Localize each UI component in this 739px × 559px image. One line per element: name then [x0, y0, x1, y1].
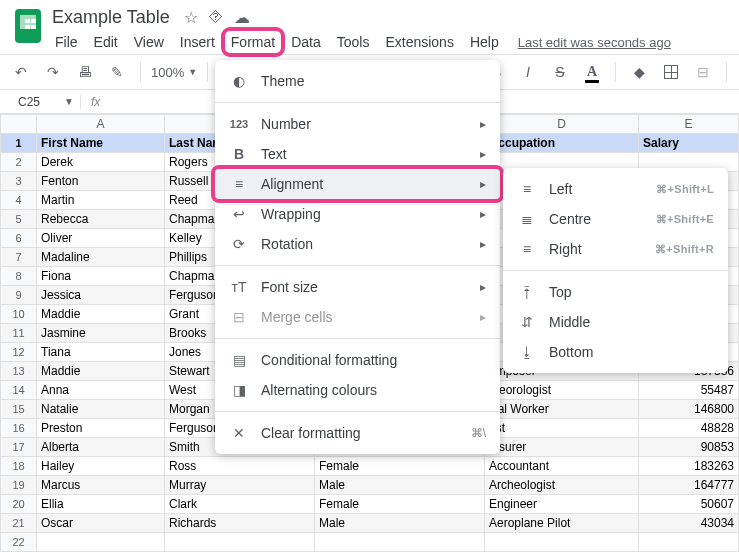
cell[interactable]: Maddie — [37, 305, 165, 324]
align-centre[interactable]: ≣Centre⌘+Shift+E — [503, 204, 728, 234]
menu-view[interactable]: View — [127, 30, 171, 54]
cell[interactable]: Engineer — [485, 495, 639, 514]
cell[interactable]: Fiona — [37, 267, 165, 286]
menu-font-size[interactable]: тTFont size▸ — [215, 272, 500, 302]
cell[interactable]: Jasmine — [37, 324, 165, 343]
menu-format[interactable]: Format — [224, 30, 282, 54]
cell[interactable]: Tiana — [37, 343, 165, 362]
align-left[interactable]: ≡Left⌘+Shift+L — [503, 174, 728, 204]
cell[interactable]: Maddie — [37, 362, 165, 381]
select-all-cell[interactable] — [1, 115, 37, 134]
row-header[interactable]: 5 — [1, 210, 37, 229]
cell[interactable]: 48828 — [639, 419, 739, 438]
cell[interactable]: Jessica — [37, 286, 165, 305]
row-header[interactable]: 18 — [1, 457, 37, 476]
row-header[interactable]: 13 — [1, 362, 37, 381]
row-header[interactable]: 16 — [1, 419, 37, 438]
cell[interactable]: Ellia — [37, 495, 165, 514]
col-header-d[interactable]: D — [485, 115, 639, 134]
row-header[interactable]: 19 — [1, 476, 37, 495]
cell[interactable]: Richards — [165, 514, 315, 533]
row-header[interactable]: 20 — [1, 495, 37, 514]
cell[interactable]: Salary — [639, 134, 739, 153]
menu-wrapping[interactable]: ↩Wrapping▸ — [215, 199, 500, 229]
cell[interactable]: Aeroplane Pilot — [485, 514, 639, 533]
cell[interactable]: Hailey — [37, 457, 165, 476]
move-icon[interactable]: ⯑ — [208, 8, 224, 26]
menu-conditional-formatting[interactable]: ▤Conditional formatting — [215, 345, 500, 375]
menu-edit[interactable]: Edit — [87, 30, 125, 54]
cell[interactable]: Anna — [37, 381, 165, 400]
cell[interactable]: 164777 — [639, 476, 739, 495]
cell[interactable]: Alberta — [37, 438, 165, 457]
merge-button[interactable]: ⊟ — [690, 59, 716, 85]
cell[interactable]: Derek — [37, 153, 165, 172]
menu-help[interactable]: Help — [463, 30, 506, 54]
row-header[interactable]: 1 — [1, 134, 37, 153]
cell[interactable]: Accountant — [485, 457, 639, 476]
cell[interactable]: Madaline — [37, 248, 165, 267]
text-color-button[interactable]: A — [579, 59, 605, 85]
menu-clear-formatting[interactable]: ✕Clear formatting⌘\ — [215, 418, 500, 448]
undo-button[interactable]: ↶ — [8, 59, 34, 85]
cell[interactable]: 50607 — [639, 495, 739, 514]
cell[interactable]: 55487 — [639, 381, 739, 400]
menu-data[interactable]: Data — [284, 30, 328, 54]
row-header[interactable]: 9 — [1, 286, 37, 305]
cell[interactable]: Occupation — [485, 134, 639, 153]
document-title[interactable]: Example Table — [48, 6, 174, 29]
row-header[interactable]: 22 — [1, 533, 37, 552]
row-header[interactable]: 7 — [1, 248, 37, 267]
row-header[interactable]: 10 — [1, 305, 37, 324]
paint-format-button[interactable]: ✎ — [104, 59, 130, 85]
menu-extensions[interactable]: Extensions — [378, 30, 460, 54]
zoom-select[interactable]: 100%▼ — [151, 65, 197, 80]
row-header[interactable]: 6 — [1, 229, 37, 248]
cell[interactable]: 90853 — [639, 438, 739, 457]
name-box[interactable]: C25 — [0, 95, 58, 109]
cell[interactable]: Rebecca — [37, 210, 165, 229]
cell[interactable]: Male — [315, 476, 485, 495]
cell[interactable]: Preston — [37, 419, 165, 438]
cell[interactable]: Oliver — [37, 229, 165, 248]
row-header[interactable]: 3 — [1, 172, 37, 191]
borders-button[interactable] — [658, 59, 684, 85]
align-top[interactable]: ⭱Top — [503, 277, 728, 307]
cell[interactable]: Archeologist — [485, 476, 639, 495]
row-header[interactable]: 15 — [1, 400, 37, 419]
print-button[interactable]: 🖶 — [72, 59, 98, 85]
cell[interactable]: rist — [485, 419, 639, 438]
cell[interactable]: 43034 — [639, 514, 739, 533]
cloud-icon[interactable]: ☁ — [234, 8, 250, 27]
sheets-logo[interactable] — [8, 6, 48, 46]
cell[interactable]: Male — [315, 514, 485, 533]
col-header-a[interactable]: A — [37, 115, 165, 134]
row-header[interactable]: 8 — [1, 267, 37, 286]
row-header[interactable]: 12 — [1, 343, 37, 362]
row-header[interactable]: 21 — [1, 514, 37, 533]
menu-text[interactable]: BText▸ — [215, 139, 500, 169]
row-header[interactable]: 2 — [1, 153, 37, 172]
row-header[interactable]: 14 — [1, 381, 37, 400]
name-box-dropdown-icon[interactable]: ▼ — [58, 96, 80, 107]
cell[interactable]: Insurer — [485, 438, 639, 457]
cell[interactable]: 183263 — [639, 457, 739, 476]
cell[interactable]: Fenton — [37, 172, 165, 191]
redo-button[interactable]: ↷ — [40, 59, 66, 85]
cell[interactable]: 146800 — [639, 400, 739, 419]
cell[interactable]: cial Worker — [485, 400, 639, 419]
cell[interactable]: Martin — [37, 191, 165, 210]
col-header-e[interactable]: E — [639, 115, 739, 134]
row-header[interactable]: 11 — [1, 324, 37, 343]
cell[interactable]: Ross — [165, 457, 315, 476]
menu-merge-cells[interactable]: ⊟Merge cells▸ — [215, 302, 500, 332]
menu-number[interactable]: 123Number▸ — [215, 109, 500, 139]
row-header[interactable]: 17 — [1, 438, 37, 457]
align-right[interactable]: ≡Right⌘+Shift+R — [503, 234, 728, 264]
cell[interactable]: Female — [315, 495, 485, 514]
row-header[interactable]: 4 — [1, 191, 37, 210]
cell[interactable]: Marcus — [37, 476, 165, 495]
menu-insert[interactable]: Insert — [173, 30, 222, 54]
cell[interactable]: First Name — [37, 134, 165, 153]
align-bottom[interactable]: ⭳Bottom — [503, 337, 728, 367]
